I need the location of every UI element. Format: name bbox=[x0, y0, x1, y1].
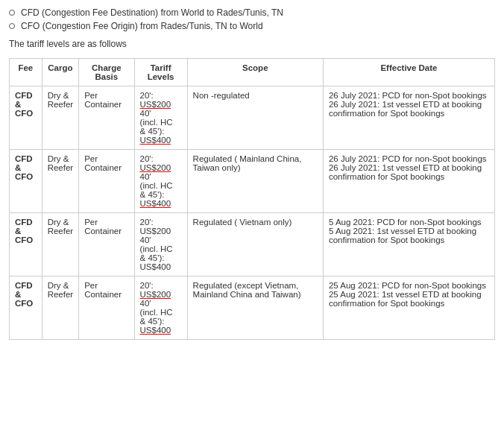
bullet-item-1: CFD (Congestion Fee Destination) from Wo… bbox=[9, 7, 495, 18]
cell-scope-1: Regulated ( Mainland China, Taiwan only) bbox=[187, 150, 323, 213]
intro-text: The tariff levels are as follows bbox=[9, 39, 495, 49]
bullet-item-2: CFO (Congestion Fee Origin) from Rades/T… bbox=[9, 21, 495, 31]
cell-effective-3: 25 Aug 2021: PCD for non-Spot bookings25… bbox=[323, 276, 494, 340]
cell-fee-0: CFD &CFO bbox=[10, 86, 42, 150]
bullet-dot-1 bbox=[9, 10, 15, 16]
cell-tariff-3: 20': US$20040'(incl. HC& 45'): US$400 bbox=[134, 276, 187, 340]
cell-cargo-2: Dry &Reefer bbox=[42, 213, 79, 276]
col-effective-date: Effective Date bbox=[323, 59, 494, 86]
table-row: CFD &CFODry &ReeferPer Container20': US$… bbox=[10, 86, 495, 150]
col-fee: Fee bbox=[10, 59, 42, 86]
bullet-text-1: CFD (Congestion Fee Destination) from Wo… bbox=[21, 7, 283, 18]
table-header-row: Fee Cargo Charge Basis Tariff Levels Sco… bbox=[10, 59, 495, 86]
cell-charge-basis-0: Per Container bbox=[79, 86, 134, 150]
table-row: CFD &CFODry &ReeferPer Container20': US$… bbox=[10, 276, 495, 340]
table-row: CFD &CFODry &ReeferPer Container20': US$… bbox=[10, 213, 495, 276]
col-charge-basis: Charge Basis bbox=[79, 59, 134, 86]
col-tariff-levels: Tariff Levels bbox=[134, 59, 187, 86]
cell-cargo-1: Dry &Reefer bbox=[42, 150, 79, 213]
cell-cargo-0: Dry &Reefer bbox=[42, 86, 79, 150]
cell-fee-1: CFD &CFO bbox=[10, 150, 42, 213]
cell-effective-2: 5 Aug 2021: PCD for non-Spot bookings5 A… bbox=[323, 213, 494, 276]
cell-tariff-1: 20': US$20040'(incl. HC& 45'): US$400 bbox=[134, 150, 187, 213]
cell-effective-0: 26 July 2021: PCD for non-Spot bookings2… bbox=[323, 86, 494, 150]
cell-charge-basis-1: Per Container bbox=[79, 150, 134, 213]
cell-scope-2: Regulated ( Vietnam only) bbox=[187, 213, 323, 276]
bullet-dot-2 bbox=[9, 23, 15, 29]
cell-fee-2: CFD &CFO bbox=[10, 213, 42, 276]
bullet-list: CFD (Congestion Fee Destination) from Wo… bbox=[9, 7, 495, 31]
cell-tariff-0: 20': US$20040'(incl. HC& 45'): US$400 bbox=[134, 86, 187, 150]
cell-effective-1: 26 July 2021: PCD for non-Spot bookings2… bbox=[323, 150, 494, 213]
cell-scope-3: Regulated (except Vietnam, Mainland Chin… bbox=[187, 276, 323, 340]
cell-charge-basis-2: Per Container bbox=[79, 213, 134, 276]
cell-fee-3: CFD &CFO bbox=[10, 276, 42, 340]
col-cargo: Cargo bbox=[42, 59, 79, 86]
cell-cargo-3: Dry &Reefer bbox=[42, 276, 79, 340]
cell-scope-0: Non -regulated bbox=[187, 86, 323, 150]
table-row: CFD &CFODry &ReeferPer Container20': US$… bbox=[10, 150, 495, 213]
bullet-text-2: CFO (Congestion Fee Origin) from Rades/T… bbox=[21, 21, 263, 31]
cell-charge-basis-3: Per Container bbox=[79, 276, 134, 340]
col-scope: Scope bbox=[187, 59, 323, 86]
cell-tariff-2: 20': US$20040'(incl. HC& 45'): US$400 bbox=[134, 213, 187, 276]
tariff-table: Fee Cargo Charge Basis Tariff Levels Sco… bbox=[9, 58, 495, 340]
